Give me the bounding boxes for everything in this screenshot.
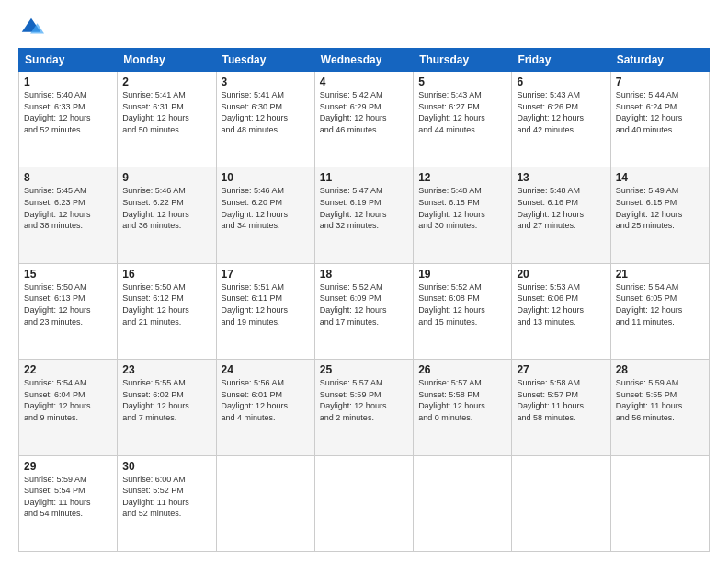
day-cell: 8Sunrise: 5:45 AM Sunset: 6:23 PM Daylig…: [19, 167, 118, 263]
day-cell: 18Sunrise: 5:52 AM Sunset: 6:09 PM Dayli…: [314, 263, 413, 359]
day-cell: 2Sunrise: 5:41 AM Sunset: 6:31 PM Daylig…: [118, 72, 216, 167]
day-info: Sunrise: 5:53 AM Sunset: 6:06 PM Dayligh…: [517, 282, 605, 327]
day-cell: 17Sunrise: 5:51 AM Sunset: 6:11 PM Dayli…: [216, 263, 314, 359]
day-cell: 19Sunrise: 5:52 AM Sunset: 6:08 PM Dayli…: [414, 263, 512, 359]
day-number: 12: [418, 171, 506, 184]
day-cell: 7Sunrise: 5:44 AM Sunset: 6:24 PM Daylig…: [610, 72, 709, 167]
calendar-table: SundayMondayTuesdayWednesdayThursdayFrid…: [18, 48, 710, 552]
day-number: 29: [24, 460, 112, 473]
day-cell: 20Sunrise: 5:53 AM Sunset: 6:06 PM Dayli…: [512, 263, 610, 359]
day-number: 24: [222, 363, 310, 376]
weekday-header-tuesday: Tuesday: [216, 49, 314, 72]
weekday-header-sunday: Sunday: [19, 49, 118, 72]
day-cell: [314, 455, 413, 551]
logo: [18, 15, 48, 40]
day-info: Sunrise: 5:41 AM Sunset: 6:31 PM Dayligh…: [122, 89, 210, 135]
day-number: 27: [517, 363, 605, 376]
day-cell: [512, 455, 610, 551]
weekday-header-wednesday: Wednesday: [314, 49, 413, 72]
day-number: 10: [222, 171, 310, 184]
day-info: Sunrise: 5:50 AM Sunset: 6:13 PM Dayligh…: [24, 282, 112, 327]
day-cell: 30Sunrise: 6:00 AM Sunset: 5:52 PM Dayli…: [118, 455, 216, 551]
day-cell: 23Sunrise: 5:55 AM Sunset: 6:02 PM Dayli…: [118, 360, 216, 455]
day-number: 8: [24, 171, 112, 184]
day-info: Sunrise: 5:51 AM Sunset: 6:11 PM Dayligh…: [222, 282, 310, 327]
day-number: 28: [616, 363, 704, 376]
day-cell: 29Sunrise: 5:59 AM Sunset: 5:54 PM Dayli…: [19, 455, 118, 551]
day-cell: 11Sunrise: 5:47 AM Sunset: 6:19 PM Dayli…: [314, 167, 413, 263]
day-number: 20: [517, 268, 605, 281]
day-cell: 27Sunrise: 5:58 AM Sunset: 5:57 PM Dayli…: [512, 360, 610, 455]
day-number: 5: [418, 75, 506, 88]
day-cell: 12Sunrise: 5:48 AM Sunset: 6:18 PM Dayli…: [414, 167, 512, 263]
day-number: 18: [320, 268, 408, 281]
day-info: Sunrise: 5:54 AM Sunset: 6:05 PM Dayligh…: [616, 282, 704, 327]
day-cell: 24Sunrise: 5:56 AM Sunset: 6:01 PM Dayli…: [216, 360, 314, 455]
header: [18, 15, 710, 40]
day-info: Sunrise: 5:57 AM Sunset: 5:58 PM Dayligh…: [418, 377, 506, 423]
day-cell: 28Sunrise: 5:59 AM Sunset: 5:55 PM Dayli…: [610, 360, 709, 455]
day-info: Sunrise: 5:43 AM Sunset: 6:26 PM Dayligh…: [517, 89, 605, 135]
day-cell: 15Sunrise: 5:50 AM Sunset: 6:13 PM Dayli…: [19, 263, 118, 359]
weekday-header-row: SundayMondayTuesdayWednesdayThursdayFrid…: [19, 49, 710, 72]
weekday-header-thursday: Thursday: [414, 49, 512, 72]
day-cell: 1Sunrise: 5:40 AM Sunset: 6:33 PM Daylig…: [19, 72, 118, 167]
day-info: Sunrise: 5:56 AM Sunset: 6:01 PM Dayligh…: [222, 377, 310, 423]
day-cell: [216, 455, 314, 551]
day-info: Sunrise: 5:48 AM Sunset: 6:18 PM Dayligh…: [418, 185, 506, 231]
day-info: Sunrise: 5:58 AM Sunset: 5:57 PM Dayligh…: [517, 377, 605, 423]
day-info: Sunrise: 5:46 AM Sunset: 6:22 PM Dayligh…: [122, 185, 210, 231]
day-cell: [610, 455, 709, 551]
day-number: 23: [122, 363, 210, 376]
day-info: Sunrise: 5:45 AM Sunset: 6:23 PM Dayligh…: [24, 185, 112, 231]
day-info: Sunrise: 5:52 AM Sunset: 6:09 PM Dayligh…: [320, 282, 408, 327]
day-info: Sunrise: 5:59 AM Sunset: 5:55 PM Dayligh…: [616, 377, 704, 423]
day-number: 11: [320, 171, 408, 184]
day-info: Sunrise: 5:41 AM Sunset: 6:30 PM Dayligh…: [222, 89, 310, 135]
day-number: 6: [517, 75, 605, 88]
week-row-5: 29Sunrise: 5:59 AM Sunset: 5:54 PM Dayli…: [19, 455, 710, 551]
day-info: Sunrise: 5:57 AM Sunset: 5:59 PM Dayligh…: [320, 377, 408, 423]
day-info: Sunrise: 5:47 AM Sunset: 6:19 PM Dayligh…: [320, 185, 408, 231]
day-info: Sunrise: 5:54 AM Sunset: 6:04 PM Dayligh…: [24, 377, 112, 423]
day-cell: [414, 455, 512, 551]
day-info: Sunrise: 5:42 AM Sunset: 6:29 PM Dayligh…: [320, 89, 408, 135]
day-cell: 22Sunrise: 5:54 AM Sunset: 6:04 PM Dayli…: [19, 360, 118, 455]
day-info: Sunrise: 5:46 AM Sunset: 6:20 PM Dayligh…: [222, 185, 310, 231]
day-info: Sunrise: 5:52 AM Sunset: 6:08 PM Dayligh…: [418, 282, 506, 327]
day-cell: 9Sunrise: 5:46 AM Sunset: 6:22 PM Daylig…: [118, 167, 216, 263]
day-number: 14: [616, 171, 704, 184]
day-number: 13: [517, 171, 605, 184]
day-cell: 4Sunrise: 5:42 AM Sunset: 6:29 PM Daylig…: [314, 72, 413, 167]
day-number: 17: [222, 268, 310, 281]
day-info: Sunrise: 5:40 AM Sunset: 6:33 PM Dayligh…: [24, 89, 112, 135]
day-info: Sunrise: 5:59 AM Sunset: 5:54 PM Dayligh…: [24, 474, 112, 520]
week-row-4: 22Sunrise: 5:54 AM Sunset: 6:04 PM Dayli…: [19, 360, 710, 455]
day-info: Sunrise: 6:00 AM Sunset: 5:52 PM Dayligh…: [122, 474, 210, 520]
day-info: Sunrise: 5:44 AM Sunset: 6:24 PM Dayligh…: [616, 89, 704, 135]
weekday-header-saturday: Saturday: [610, 49, 709, 72]
day-number: 22: [24, 363, 112, 376]
day-number: 16: [122, 268, 210, 281]
weekday-header-friday: Friday: [512, 49, 610, 72]
day-cell: 3Sunrise: 5:41 AM Sunset: 6:30 PM Daylig…: [216, 72, 314, 167]
day-number: 4: [320, 75, 408, 88]
day-cell: 13Sunrise: 5:48 AM Sunset: 6:16 PM Dayli…: [512, 167, 610, 263]
day-info: Sunrise: 5:55 AM Sunset: 6:02 PM Dayligh…: [122, 377, 210, 423]
day-cell: 21Sunrise: 5:54 AM Sunset: 6:05 PM Dayli…: [610, 263, 709, 359]
day-cell: 26Sunrise: 5:57 AM Sunset: 5:58 PM Dayli…: [414, 360, 512, 455]
day-number: 30: [122, 460, 210, 473]
week-row-2: 8Sunrise: 5:45 AM Sunset: 6:23 PM Daylig…: [19, 167, 710, 263]
logo-icon: [18, 15, 44, 40]
day-number: 7: [616, 75, 704, 88]
day-cell: 10Sunrise: 5:46 AM Sunset: 6:20 PM Dayli…: [216, 167, 314, 263]
day-number: 19: [418, 268, 506, 281]
day-number: 21: [616, 268, 704, 281]
day-number: 26: [418, 363, 506, 376]
day-info: Sunrise: 5:43 AM Sunset: 6:27 PM Dayligh…: [418, 89, 506, 135]
week-row-3: 15Sunrise: 5:50 AM Sunset: 6:13 PM Dayli…: [19, 263, 710, 359]
page: SundayMondayTuesdayWednesdayThursdayFrid…: [0, 0, 728, 563]
day-number: 3: [222, 75, 310, 88]
day-number: 1: [24, 75, 112, 88]
day-info: Sunrise: 5:50 AM Sunset: 6:12 PM Dayligh…: [122, 282, 210, 327]
